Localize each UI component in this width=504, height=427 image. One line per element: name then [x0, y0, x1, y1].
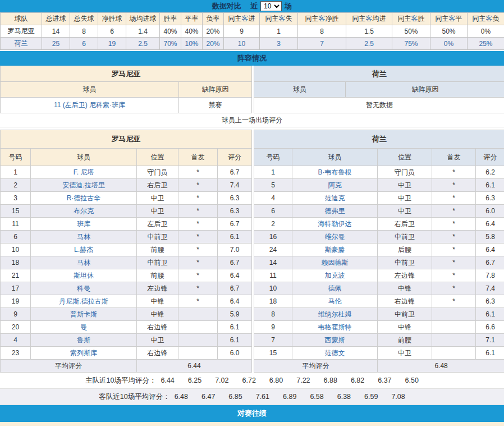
player-link[interactable]: 赖因德斯 — [292, 256, 378, 269]
player-rating: 6.3 — [218, 192, 252, 205]
stat-cell: 7 — [298, 38, 346, 50]
player-link[interactable]: 加克波 — [292, 269, 378, 282]
player-link[interactable]: B·韦布鲁根 — [292, 166, 378, 179]
player-number: 4 — [254, 192, 292, 205]
player-link[interactable]: L.赫杰 — [31, 244, 137, 256]
player-link[interactable]: 丹尼斯.德拉古斯 — [31, 295, 137, 308]
header-text: 同主 — [352, 15, 366, 22]
player-link[interactable]: 德弗里 — [292, 205, 378, 218]
player-position: 中卫 — [137, 334, 178, 347]
player-position: 中锋 — [378, 282, 432, 295]
compare-header-cell: 同主客进 — [224, 13, 260, 25]
away-avg-ratings-row: 客队近10场平均评分：6.486.476.857.616.896.586.386… — [0, 389, 504, 405]
player-link[interactable]: 马伦 — [292, 295, 378, 308]
player-link[interactable]: 曼 — [31, 321, 137, 334]
header-text: 胜率 — [164, 15, 177, 22]
next-section-strip — [0, 422, 504, 426]
player-link[interactable]: 马林 — [31, 256, 137, 269]
player-link[interactable]: 索列斯库 — [31, 347, 137, 360]
player-col-header: 球员 — [254, 82, 346, 98]
ratings-tables: 罗马尼亚 号码球员位置首发评分 1 F. 尼塔 守门员 * 6.7 — [0, 130, 504, 373]
match-count-select[interactable]: 10 — [260, 1, 282, 11]
header-text: 净胜球 — [102, 15, 122, 22]
player-link[interactable]: R·德拉古辛 — [31, 192, 137, 205]
player-link[interactable]: 维纳尔杜姆 — [292, 308, 378, 321]
compare-header-cell: 平率 — [181, 13, 203, 25]
absent-player-link[interactable]: 11 (左后卫) 尼科索·班库 — [1, 98, 179, 113]
header-text: 进 — [249, 15, 255, 22]
player-number: 24 — [254, 244, 292, 256]
player-rating: 6.2 — [476, 166, 504, 179]
avg-rating-value: 6.59 — [364, 393, 378, 401]
average-rating-row: 平均评分 6.48 — [254, 360, 504, 373]
player-position: 右边锋 — [137, 321, 178, 334]
header-text: 负 — [493, 15, 500, 22]
stat-cell: 75% — [392, 38, 430, 50]
starter-mark: * — [432, 256, 476, 269]
player-rating: 7.0 — [218, 244, 252, 256]
player-link[interactable]: 普斯卡斯 — [31, 308, 137, 321]
player-link[interactable]: 布尔克 — [31, 205, 137, 218]
header-text: 同主 — [265, 15, 279, 22]
starter-mark: * — [432, 269, 476, 282]
compare-header-cell: 同主客平 — [430, 13, 468, 25]
player-rating-row: 2 安德迪.拉塔里 右后卫 * 7.4 — [1, 179, 252, 192]
stat-cell: 10% — [181, 38, 203, 50]
player-link[interactable]: F. 尼塔 — [31, 166, 137, 179]
player-position: 守门员 — [378, 166, 432, 179]
ratings-table-away: 荷兰 号码球员位置首发评分 1 B·韦布鲁根 守门员 * 6.2 — [254, 130, 504, 373]
player-position: 中卫 — [137, 205, 178, 218]
stat-cell: 20% — [203, 25, 224, 38]
player-rating-row: 3 R·德拉古辛 中卫 * 6.3 — [1, 192, 252, 205]
stat-cell: 10 — [224, 38, 260, 50]
header-text: 总进球 — [46, 15, 66, 22]
player-link[interactable]: 范迪克 — [292, 192, 378, 205]
compare-header-cell: 同主客胜 — [392, 13, 430, 25]
player-link[interactable]: 马林 — [31, 231, 137, 244]
player-rating-row: 19 丹尼斯.德拉古斯 中锋 * 6.4 — [1, 295, 252, 308]
player-link[interactable]: 安德迪.拉塔里 — [31, 179, 137, 192]
header-text: 同主 — [436, 15, 449, 22]
player-rating-row: 9 普斯卡斯 中锋 5.9 — [1, 308, 252, 321]
starter-mark — [432, 334, 476, 347]
player-link[interactable]: 西蒙斯 — [292, 334, 378, 347]
player-link[interactable]: 德佩 — [292, 282, 378, 295]
player-position: 右边锋 — [137, 347, 178, 360]
player-link[interactable]: 科曼 — [31, 282, 137, 295]
ratings-col-header: 首发 — [178, 149, 218, 166]
player-rating-row: 23 索列斯库 右边锋 6.0 — [1, 347, 252, 360]
starter-mark: * — [178, 282, 218, 295]
player-number: 6 — [254, 205, 292, 218]
stat-cell: 2.5 — [126, 38, 160, 50]
ratings-col-header: 号码 — [254, 149, 292, 166]
player-rating: 6.3 — [476, 295, 504, 308]
absence-reason: 禁赛 — [179, 98, 252, 113]
player-link[interactable]: 范德文 — [292, 347, 378, 360]
compare-header-cell: 同主客均进 — [346, 13, 392, 25]
player-rating: 6.1 — [218, 321, 252, 334]
player-number: 18 — [1, 256, 31, 269]
starter-mark — [178, 347, 218, 360]
player-number: 9 — [1, 308, 31, 321]
player-link[interactable]: 阿克 — [292, 179, 378, 192]
header-highlight: 客 — [319, 15, 326, 22]
player-rating-row: 18 马伦 右边锋 * 6.3 — [254, 295, 504, 308]
player-link[interactable]: 斯豪滕 — [292, 244, 378, 256]
player-link[interactable]: 维尔曼 — [292, 231, 378, 244]
player-rating-row: 8 维纳尔杜姆 中前卫 6.1 — [254, 308, 504, 321]
player-link[interactable]: 鲁斯 — [31, 334, 137, 347]
avg-rating-value: 7.08 — [391, 393, 405, 401]
player-rating: 6.7 — [476, 256, 504, 269]
player-link[interactable]: 班库 — [31, 218, 137, 231]
player-rating-row: 1 F. 尼塔 守门员 * 6.7 — [1, 166, 252, 179]
player-rating-row: 4 范迪克 中卫 * 6.3 — [254, 192, 504, 205]
avg-rating-value: 7.02 — [215, 377, 228, 384]
player-link[interactable]: 海特勒伊达 — [292, 218, 378, 231]
player-link[interactable]: 韦格霍斯特 — [292, 321, 378, 334]
player-position: 右后卫 — [137, 179, 178, 192]
player-link[interactable]: 斯坦休 — [31, 269, 137, 282]
player-number: 7 — [254, 334, 292, 347]
stat-cell: 6 — [98, 25, 126, 38]
starter-mark: * — [178, 269, 218, 282]
player-rating-row: 17 科曼 左边锋 * 6.7 — [1, 282, 252, 295]
